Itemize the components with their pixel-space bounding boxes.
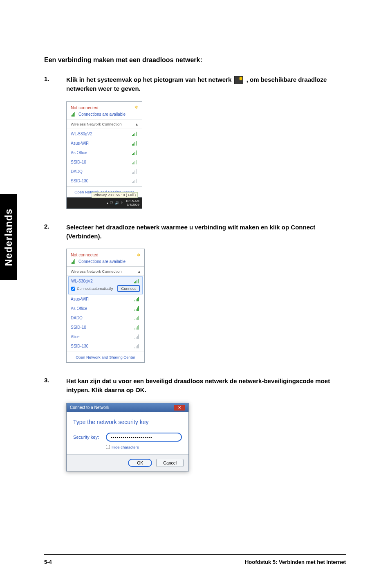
open-sharing-center-link[interactable]: Open Network and Sharing Center [67,352,144,362]
language-side-tab: Nederlands [0,194,17,280]
network-popup-connect: Not connected✲ Connections are available… [66,249,145,363]
signal-icon [134,316,140,320]
refresh-icon[interactable]: ✲ [137,253,140,257]
step-3: 3. Het kan zijn dat u voor een beveiligd… [44,377,346,395]
chevron-up-icon[interactable]: ▴ [138,269,140,274]
signal-icon [134,297,140,301]
step-number: 3. [44,377,50,395]
network-item[interactable]: Asus-WiFi [67,139,142,148]
step-text: Het kan zijn dat u voor een beveiligd dr… [66,377,346,395]
security-key-dialog: Connect to a Network ✕ Type the network … [66,403,189,471]
signal-icon [134,306,140,311]
network-item[interactable]: WL-530gV2 [67,129,142,139]
signal-icon [132,169,138,174]
signal-icon [134,279,140,283]
step-2: 2. Selecteer het draadloze netwerk waarm… [44,223,346,241]
close-icon[interactable]: ✕ [174,405,185,411]
signal-icon [132,141,138,146]
ok-button[interactable]: OK [128,459,152,467]
group-header: Wireless Network Connection [71,122,122,126]
dialog-heading: Type the network security key [73,419,182,425]
tray-icon[interactable]: ▴ [107,201,108,205]
signal-icon [132,132,138,136]
popup-title: Not connected [71,105,99,110]
cancel-button[interactable]: Cancel [156,459,184,467]
signal-icon [132,150,138,155]
network-item[interactable]: SSID-10 [67,157,142,167]
group-header: Wireless Network Connection [71,269,122,274]
signal-icon [132,179,138,183]
system-tray: PrintKey 2000 v5.10 ( Full ) ▴ 🛡 🔊 🏳 10:… [66,197,142,209]
signal-icon [71,112,76,117]
popup-subtitle: Connections are available [78,259,126,264]
step-1-pre: Klik in het systeemvak op het pictogram … [66,76,233,83]
network-item[interactable]: As Office [67,148,142,157]
tray-icon[interactable]: 🛡 [110,201,113,205]
network-item[interactable]: DADQ [67,313,144,323]
language-label: Nederlands [3,209,14,266]
signal-icon [71,259,76,264]
step-1: 1. Klik in het systeemvak op het pictogr… [44,75,346,93]
dialog-window-title: Connect to a Network [70,405,109,410]
refresh-icon[interactable]: ✲ [134,105,138,110]
network-list: WL-530gV2 Connect automatically Connect … [67,276,144,352]
network-item[interactable]: DADQ [67,167,142,176]
signal-icon [134,344,140,348]
signal-icon [134,325,140,330]
security-key-input[interactable]: ••••••••••••••••••••• [106,433,182,442]
popup-subtitle: Connections are available [78,112,126,117]
network-item[interactable]: SSID-10 [67,323,144,332]
step-number: 1. [44,75,50,93]
tray-icon[interactable]: 🏳 [121,201,124,205]
network-popup: Not connected✲ Connections are available… [66,101,142,197]
connect-auto-checkbox[interactable]: Connect automatically [71,287,113,291]
network-item[interactable]: Asus-WiFi [67,294,144,304]
page-footer: 5-4 Hoofdstuk 5: Verbinden met het Inter… [44,554,346,565]
network-item[interactable]: SSID-130 [67,176,142,186]
step-number: 2. [44,223,50,241]
network-item[interactable]: As Office [67,304,144,313]
chapter-title: Hoofdstuk 5: Verbinden met het Internet [245,559,346,565]
connect-button[interactable]: Connect [117,285,140,292]
tray-clock[interactable]: 10:15 AM9/4/2009 [126,199,139,206]
section-heading: Een verbinding maken met een draadloos n… [44,56,346,64]
popup-title: Not connected [71,252,99,257]
hide-characters-checkbox[interactable]: Hide characters [106,445,182,449]
network-item-selected[interactable]: WL-530gV2 Connect automatically Connect [68,276,143,294]
figure-2: Not connected✲ Connections are available… [66,249,346,363]
figure-1: Not connected✲ Connections are available… [66,101,346,209]
network-list: WL-530gV2 Asus-WiFi As Office SSID-10 DA… [67,128,142,186]
signal-icon [132,160,138,164]
figure-3: Connect to a Network ✕ Type the network … [66,403,346,471]
step-text: Selecteer het draadloze netwerk waarmee … [66,223,346,241]
chevron-up-icon[interactable]: ▴ [136,122,138,126]
tray-tooltip: PrintKey 2000 v5.10 ( Full ) [92,192,138,198]
step-text: Klik in het systeemvak op het pictogram … [66,75,346,93]
network-item[interactable]: Alice [67,332,144,341]
network-tray-icon [234,76,243,84]
network-item[interactable]: SSID-130 [67,341,144,351]
page-number: 5-4 [44,559,52,565]
signal-icon [134,334,140,339]
tray-icon[interactable]: 🔊 [115,201,119,205]
security-key-label: Security key: [73,435,102,440]
